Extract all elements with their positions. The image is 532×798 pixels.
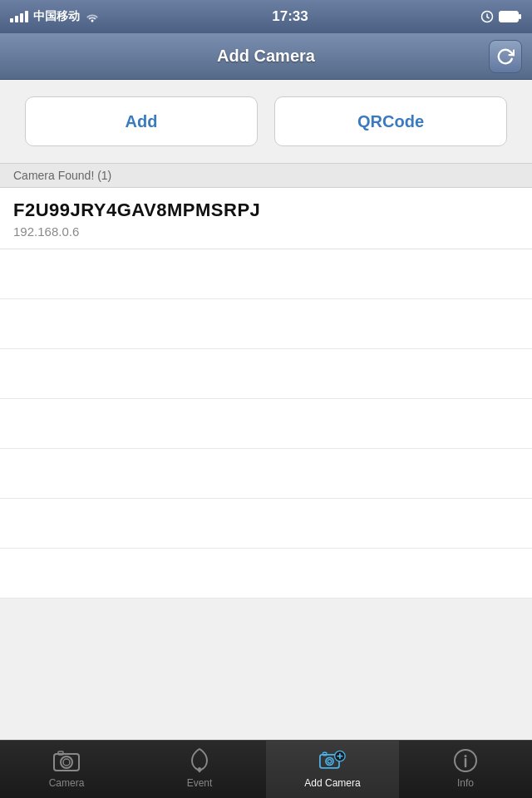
svg-point-7 (198, 767, 201, 771)
nav-title: Add Camera (217, 47, 315, 66)
svg-point-9 (326, 757, 333, 765)
svg-rect-2 (519, 14, 521, 19)
svg-point-5 (63, 759, 70, 766)
empty-row-4 (0, 399, 532, 449)
empty-row-7 (0, 549, 532, 598)
tab-info-label: Info (457, 777, 474, 789)
info-icon (452, 747, 479, 774)
tab-camera-label: Camera (49, 777, 85, 789)
camera-id: F2U99JRY4GAV8MPMSRPJ (13, 200, 519, 221)
svg-point-14 (465, 755, 467, 757)
add-camera-icon (319, 747, 346, 774)
tab-bar: Camera Event Add Camera (0, 740, 532, 798)
refresh-icon (496, 47, 515, 66)
svg-rect-1 (499, 12, 518, 22)
empty-row-5 (0, 449, 532, 499)
wifi-icon (85, 11, 100, 22)
event-icon (186, 747, 213, 774)
clock-icon (480, 10, 494, 23)
empty-row-1 (0, 249, 532, 299)
time-display: 17:33 (272, 8, 308, 25)
svg-point-10 (328, 759, 331, 762)
tab-event-label: Event (187, 777, 213, 789)
tab-add-camera[interactable]: Add Camera (266, 741, 399, 798)
camera-icon (53, 747, 80, 774)
nav-bar: Add Camera (0, 33, 532, 80)
add-button[interactable]: Add (25, 96, 258, 146)
section-header: Camera Found! (1) (0, 163, 532, 188)
camera-item[interactable]: F2U99JRY4GAV8MPMSRPJ 192.168.0.6 (0, 188, 532, 249)
empty-row-3 (0, 349, 532, 399)
tab-add-camera-label: Add Camera (304, 777, 360, 789)
qrcode-button[interactable]: QRCode (274, 96, 507, 146)
empty-row-2 (0, 299, 532, 349)
camera-ip: 192.168.0.6 (13, 224, 519, 239)
tab-camera[interactable]: Camera (0, 741, 133, 798)
signal-icon (10, 11, 28, 22)
refresh-button[interactable] (489, 40, 522, 73)
button-row: Add QRCode (0, 80, 532, 163)
tab-info[interactable]: Info (399, 741, 532, 798)
status-bar: 中国移动 17:33 (0, 0, 532, 33)
camera-list: F2U99JRY4GAV8MPMSRPJ 192.168.0.6 (0, 188, 532, 598)
battery-icon (499, 11, 522, 22)
svg-point-4 (61, 756, 72, 768)
main-content: Add QRCode Camera Found! (1) F2U99JRY4GA… (0, 80, 532, 740)
carrier-label: 中国移动 (33, 9, 80, 24)
empty-row-6 (0, 499, 532, 549)
tab-event[interactable]: Event (133, 741, 266, 798)
